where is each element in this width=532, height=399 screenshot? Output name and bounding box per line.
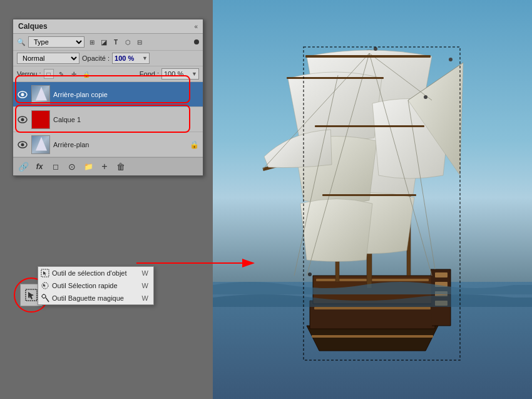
tool-name-object: Outil de sélection d'objet [52, 269, 127, 277]
tool-popup-item-quick-select[interactable]: Outil Sélection rapide W [38, 279, 153, 292]
svg-point-5 [21, 143, 24, 146]
lock-row: Verrou : □ ✎ ✛ 🔒 Fond : 100 % ▼ [13, 66, 203, 82]
panel-title: Calques [18, 22, 48, 31]
svg-point-1 [21, 93, 24, 96]
filter-icon-image[interactable]: ⊞ [87, 37, 97, 47]
svg-marker-36 [28, 292, 34, 299]
layer-thumbnail [31, 85, 50, 104]
svg-rect-9 [314, 307, 431, 309]
svg-point-33 [308, 272, 312, 276]
layer-thumbnail [31, 135, 50, 154]
svg-point-31 [449, 58, 453, 61]
layer-lock-icon: 🔒 [190, 140, 199, 149]
layer-visibility-icon[interactable] [17, 89, 28, 100]
svg-rect-26 [305, 55, 431, 58]
svg-rect-8 [316, 279, 429, 281]
layer-item[interactable]: Arrière-plan 🔒 [13, 132, 203, 157]
svg-point-3 [21, 118, 24, 121]
link-layers-btn[interactable]: 🔗 [17, 160, 29, 173]
layer-thumbnail [31, 110, 50, 129]
new-layer-btn[interactable]: + [98, 160, 111, 173]
filter-icons: ⊞ ◪ T ⬡ ⊟ [87, 37, 145, 47]
fill-chevron[interactable]: ▼ [190, 71, 198, 77]
fill-label: Fond : [140, 70, 159, 78]
filter-icon-smart[interactable]: ⊟ [135, 37, 145, 47]
tool-shortcut-2: W [142, 294, 148, 302]
object-selection-icon [41, 269, 49, 277]
filter-dot [194, 39, 199, 44]
svg-point-30 [374, 47, 377, 51]
layer-name: Arrière-plan copie [53, 91, 199, 98]
layer-visibility-icon[interactable] [17, 139, 28, 150]
tool-popup-item-object-selection[interactable]: Outil de sélection d'objet W [38, 267, 153, 279]
layers-panel: Calques « 🔍 Type ⊞ ◪ T ⬡ ⊟ Normal Opacit… [13, 19, 203, 176]
lock-label: Verrou : [17, 70, 41, 78]
tool-name-wand: Outil Baguette magique [52, 294, 127, 302]
delete-layer-btn[interactable]: 🗑 [115, 160, 127, 173]
svg-rect-28 [322, 194, 416, 196]
lock-pixels-btn[interactable]: ✎ [56, 69, 66, 79]
layer-visibility-icon[interactable] [17, 114, 28, 125]
filter-row: 🔍 Type ⊞ ◪ T ⬡ ⊟ [13, 34, 203, 51]
quick-select-icon [41, 281, 49, 290]
tool-popup-item-magic-wand[interactable]: Outil Baguette magique W [38, 292, 153, 304]
collapse-icon[interactable]: « [194, 23, 198, 30]
adjustment-btn[interactable]: ⊙ [66, 160, 78, 173]
filter-icon-shape[interactable]: ⬡ [123, 37, 133, 47]
layer-item[interactable]: Arrière-plan copie [13, 82, 203, 107]
opacity-chevron[interactable]: ▼ [141, 55, 149, 61]
ship-background [213, 0, 532, 399]
layers-list: Arrière-plan copie Calque 1 [13, 82, 203, 157]
panel-bottom-toolbar: 🔗 fx ◻ ⊙ 📁 + 🗑 [13, 157, 203, 175]
layer-name: Arrière-plan [53, 141, 187, 148]
svg-line-39 [46, 298, 49, 302]
selection-tool-icon [24, 288, 38, 302]
filter-icon-adjust[interactable]: ◪ [99, 37, 109, 47]
lock-transparent-btn[interactable]: □ [44, 69, 54, 79]
filter-type-select[interactable]: Type [28, 36, 84, 48]
svg-point-38 [42, 282, 48, 289]
fill-value: 100 % [162, 70, 190, 78]
filter-icon-text[interactable]: T [111, 37, 121, 47]
add-mask-btn[interactable]: ◻ [49, 160, 62, 173]
search-icon: 🔍 [17, 38, 26, 46]
svg-rect-10 [312, 335, 433, 338]
layer-name: Calque 1 [53, 116, 199, 123]
magic-wand-icon [41, 294, 49, 303]
layer-item[interactable]: Calque 1 [13, 107, 203, 132]
svg-rect-11 [435, 272, 448, 277]
group-btn[interactable]: 📁 [82, 160, 95, 173]
tool-name-quick: Outil Sélection rapide [52, 282, 127, 289]
panel-title-bar: Calques « [13, 19, 203, 34]
lock-position-btn[interactable]: ✛ [69, 69, 79, 79]
tool-popup-menu: Outil de sélection d'objet W Outil Sélec… [38, 266, 154, 305]
opacity-label: Opacité : [82, 54, 110, 62]
lock-all-btn[interactable]: 🔒 [81, 69, 91, 79]
blending-row: Normal Opacité : 100 % ▼ [13, 51, 203, 66]
svg-rect-29 [287, 77, 384, 79]
tool-shortcut-1: W [142, 282, 148, 289]
opacity-value: 100 % [113, 54, 141, 62]
svg-rect-27 [315, 125, 424, 127]
tool-shortcut-0: W [142, 269, 148, 277]
svg-point-32 [424, 95, 427, 99]
blend-mode-select[interactable]: Normal [17, 53, 79, 64]
ship-svg [213, 0, 532, 399]
fx-btn[interactable]: fx [33, 160, 46, 173]
main-image-area [213, 0, 532, 399]
